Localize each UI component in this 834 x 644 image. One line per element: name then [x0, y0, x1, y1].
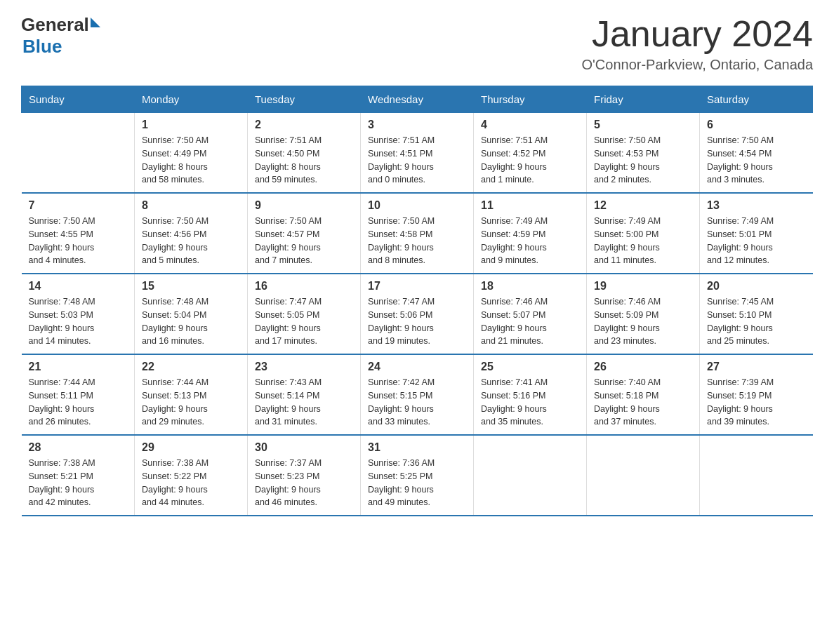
- weekday-header-wednesday: Wednesday: [361, 86, 474, 113]
- calendar-cell: 25Sunrise: 7:41 AM Sunset: 5:16 PM Dayli…: [474, 354, 587, 435]
- day-info: Sunrise: 7:51 AM Sunset: 4:50 PM Dayligh…: [255, 134, 353, 187]
- calendar-cell: 27Sunrise: 7:39 AM Sunset: 5:19 PM Dayli…: [700, 354, 813, 435]
- day-number: 4: [481, 119, 579, 131]
- weekday-header-friday: Friday: [587, 86, 700, 113]
- calendar-cell: 18Sunrise: 7:46 AM Sunset: 5:07 PM Dayli…: [474, 274, 587, 354]
- day-info: Sunrise: 7:42 AM Sunset: 5:15 PM Dayligh…: [368, 376, 466, 429]
- day-number: 29: [142, 441, 240, 454]
- calendar-cell: [22, 113, 135, 194]
- calendar-cell: 20Sunrise: 7:45 AM Sunset: 5:10 PM Dayli…: [700, 274, 813, 354]
- day-info: Sunrise: 7:50 AM Sunset: 4:57 PM Dayligh…: [255, 215, 353, 267]
- day-info: Sunrise: 7:37 AM Sunset: 5:23 PM Dayligh…: [255, 457, 353, 509]
- day-number: 24: [368, 361, 466, 373]
- day-info: Sunrise: 7:41 AM Sunset: 5:16 PM Dayligh…: [481, 376, 579, 429]
- logo: General Blue: [21, 14, 100, 58]
- day-number: 26: [594, 361, 692, 373]
- day-info: Sunrise: 7:47 AM Sunset: 5:05 PM Dayligh…: [255, 295, 353, 348]
- day-number: 5: [594, 119, 692, 131]
- day-info: Sunrise: 7:50 AM Sunset: 4:49 PM Dayligh…: [142, 134, 240, 187]
- day-info: Sunrise: 7:50 AM Sunset: 4:56 PM Dayligh…: [142, 215, 240, 267]
- calendar-week-row: 14Sunrise: 7:48 AM Sunset: 5:03 PM Dayli…: [22, 274, 813, 354]
- day-info: Sunrise: 7:49 AM Sunset: 5:00 PM Dayligh…: [594, 215, 692, 267]
- calendar-cell: 15Sunrise: 7:48 AM Sunset: 5:04 PM Dayli…: [135, 274, 248, 354]
- day-number: 27: [707, 361, 806, 373]
- month-title: January 2024: [581, 14, 813, 54]
- day-number: 13: [707, 199, 806, 212]
- calendar-cell: 21Sunrise: 7:44 AM Sunset: 5:11 PM Dayli…: [22, 354, 135, 435]
- calendar-cell: 7Sunrise: 7:50 AM Sunset: 4:55 PM Daylig…: [22, 193, 135, 274]
- calendar-cell: 17Sunrise: 7:47 AM Sunset: 5:06 PM Dayli…: [361, 274, 474, 354]
- day-number: 30: [255, 441, 353, 454]
- day-number: 18: [481, 280, 579, 293]
- calendar-cell: 8Sunrise: 7:50 AM Sunset: 4:56 PM Daylig…: [135, 193, 248, 274]
- calendar-cell: 4Sunrise: 7:51 AM Sunset: 4:52 PM Daylig…: [474, 113, 587, 194]
- calendar-cell: 19Sunrise: 7:46 AM Sunset: 5:09 PM Dayli…: [587, 274, 700, 354]
- day-info: Sunrise: 7:44 AM Sunset: 5:11 PM Dayligh…: [29, 376, 128, 429]
- day-number: 23: [255, 361, 353, 373]
- calendar-cell: 5Sunrise: 7:50 AM Sunset: 4:53 PM Daylig…: [587, 113, 700, 194]
- day-number: 31: [368, 441, 466, 454]
- day-info: Sunrise: 7:40 AM Sunset: 5:18 PM Dayligh…: [594, 376, 692, 429]
- calendar-cell: 29Sunrise: 7:38 AM Sunset: 5:22 PM Dayli…: [135, 435, 248, 516]
- calendar-cell: 10Sunrise: 7:50 AM Sunset: 4:58 PM Dayli…: [361, 193, 474, 274]
- day-info: Sunrise: 7:49 AM Sunset: 5:01 PM Dayligh…: [707, 215, 806, 267]
- day-info: Sunrise: 7:43 AM Sunset: 5:14 PM Dayligh…: [255, 376, 353, 429]
- weekday-header-sunday: Sunday: [22, 86, 135, 113]
- page-header: General Blue January 2024 O'Connor-Parkv…: [21, 14, 813, 73]
- day-info: Sunrise: 7:50 AM Sunset: 4:55 PM Dayligh…: [29, 215, 128, 267]
- logo-general-text: General: [21, 14, 89, 36]
- day-info: Sunrise: 7:48 AM Sunset: 5:03 PM Dayligh…: [29, 295, 128, 348]
- day-number: 9: [255, 199, 353, 212]
- day-number: 2: [255, 119, 353, 131]
- calendar-cell: [587, 435, 700, 516]
- calendar-cell: 30Sunrise: 7:37 AM Sunset: 5:23 PM Dayli…: [248, 435, 361, 516]
- day-info: Sunrise: 7:36 AM Sunset: 5:25 PM Dayligh…: [368, 457, 466, 509]
- day-number: 6: [707, 119, 806, 131]
- weekday-header-monday: Monday: [135, 86, 248, 113]
- day-info: Sunrise: 7:44 AM Sunset: 5:13 PM Dayligh…: [142, 376, 240, 429]
- calendar-cell: 14Sunrise: 7:48 AM Sunset: 5:03 PM Dayli…: [22, 274, 135, 354]
- calendar-week-row: 7Sunrise: 7:50 AM Sunset: 4:55 PM Daylig…: [22, 193, 813, 274]
- location-subtitle: O'Connor-Parkview, Ontario, Canada: [581, 57, 813, 73]
- calendar-cell: 6Sunrise: 7:50 AM Sunset: 4:54 PM Daylig…: [700, 113, 813, 194]
- day-number: 28: [29, 441, 128, 454]
- calendar-cell: 1Sunrise: 7:50 AM Sunset: 4:49 PM Daylig…: [135, 113, 248, 194]
- weekday-header-thursday: Thursday: [474, 86, 587, 113]
- calendar-cell: 16Sunrise: 7:47 AM Sunset: 5:05 PM Dayli…: [248, 274, 361, 354]
- calendar-cell: 24Sunrise: 7:42 AM Sunset: 5:15 PM Dayli…: [361, 354, 474, 435]
- day-info: Sunrise: 7:47 AM Sunset: 5:06 PM Dayligh…: [368, 295, 466, 348]
- day-number: 10: [368, 199, 466, 212]
- calendar-cell: 28Sunrise: 7:38 AM Sunset: 5:21 PM Dayli…: [22, 435, 135, 516]
- calendar-cell: 13Sunrise: 7:49 AM Sunset: 5:01 PM Dayli…: [700, 193, 813, 274]
- logo-triangle-icon: [91, 18, 100, 27]
- day-info: Sunrise: 7:50 AM Sunset: 4:58 PM Dayligh…: [368, 215, 466, 267]
- day-number: 7: [29, 199, 128, 212]
- day-info: Sunrise: 7:39 AM Sunset: 5:19 PM Dayligh…: [707, 376, 806, 429]
- day-number: 19: [594, 280, 692, 293]
- day-number: 8: [142, 199, 240, 212]
- day-number: 22: [142, 361, 240, 373]
- calendar-cell: [474, 435, 587, 516]
- day-info: Sunrise: 7:46 AM Sunset: 5:07 PM Dayligh…: [481, 295, 579, 348]
- calendar-cell: 22Sunrise: 7:44 AM Sunset: 5:13 PM Dayli…: [135, 354, 248, 435]
- day-number: 11: [481, 199, 579, 212]
- calendar-header-row: SundayMondayTuesdayWednesdayThursdayFrid…: [22, 86, 813, 113]
- calendar-cell: 9Sunrise: 7:50 AM Sunset: 4:57 PM Daylig…: [248, 193, 361, 274]
- calendar-week-row: 21Sunrise: 7:44 AM Sunset: 5:11 PM Dayli…: [22, 354, 813, 435]
- day-info: Sunrise: 7:51 AM Sunset: 4:52 PM Dayligh…: [481, 134, 579, 187]
- day-number: 3: [368, 119, 466, 131]
- day-info: Sunrise: 7:50 AM Sunset: 4:53 PM Dayligh…: [594, 134, 692, 187]
- day-info: Sunrise: 7:51 AM Sunset: 4:51 PM Dayligh…: [368, 134, 466, 187]
- day-number: 1: [142, 119, 240, 131]
- day-info: Sunrise: 7:45 AM Sunset: 5:10 PM Dayligh…: [707, 295, 806, 348]
- day-number: 16: [255, 280, 353, 293]
- day-info: Sunrise: 7:48 AM Sunset: 5:04 PM Dayligh…: [142, 295, 240, 348]
- calendar-week-row: 1Sunrise: 7:50 AM Sunset: 4:49 PM Daylig…: [22, 113, 813, 194]
- day-info: Sunrise: 7:50 AM Sunset: 4:54 PM Dayligh…: [707, 134, 806, 187]
- calendar-table: SundayMondayTuesdayWednesdayThursdayFrid…: [21, 86, 813, 516]
- day-info: Sunrise: 7:38 AM Sunset: 5:21 PM Dayligh…: [29, 457, 128, 509]
- day-number: 14: [29, 280, 128, 293]
- day-info: Sunrise: 7:46 AM Sunset: 5:09 PM Dayligh…: [594, 295, 692, 348]
- day-number: 25: [481, 361, 579, 373]
- header-title-block: January 2024 O'Connor-Parkview, Ontario,…: [581, 14, 813, 73]
